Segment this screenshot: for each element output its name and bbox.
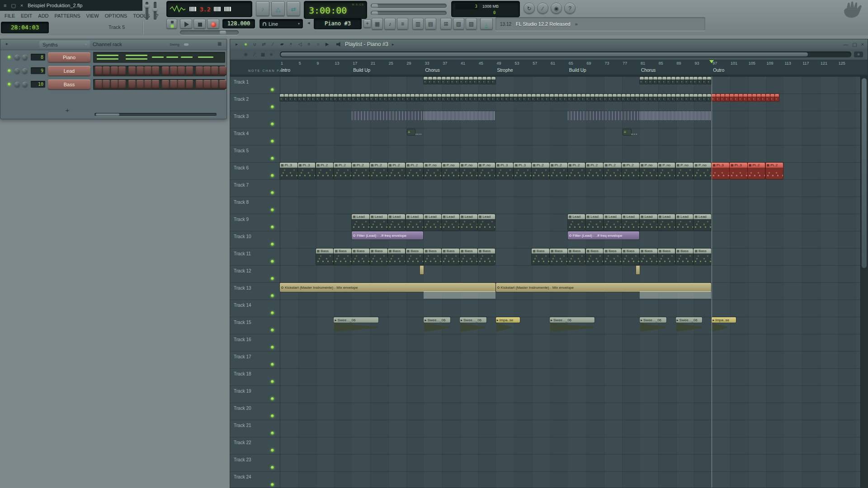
step-cell[interactable] (178, 80, 185, 89)
pattern-clip[interactable]: ▦Bass (424, 249, 441, 265)
automation-clip[interactable]: Kickstart (Master Instrumente) - Mix env… (280, 283, 495, 292)
channel-pan-knob[interactable] (14, 82, 20, 87)
keyboard-count-icon[interactable] (214, 7, 221, 11)
playlist-v-scrollbar[interactable] (860, 76, 868, 488)
audio-clip[interactable]: ▸Swee..._06 (550, 317, 594, 332)
add-pattern-button[interactable]: + (363, 19, 371, 28)
mini-pattern-clip[interactable] (685, 77, 689, 84)
pattern-clip[interactable]: ▦Bass (316, 249, 334, 265)
pattern-clip[interactable]: ▦P..no (478, 163, 495, 179)
window-titlebar[interactable]: ≡ ▢ × Beispiel Produktion_2.flp (0, 0, 142, 11)
playlist-icon-mute[interactable]: ◁ (297, 40, 303, 49)
audio-clip[interactable]: ▸Swee..._06 (460, 317, 486, 332)
mini-pattern-clip[interactable] (316, 94, 320, 101)
piano-roll-button[interactable]: ♪ (384, 18, 396, 30)
mini-pattern-clip[interactable] (424, 94, 428, 101)
playlist-icon-preview[interactable]: ▶ (324, 40, 330, 49)
mini-pattern-clip[interactable] (500, 94, 505, 101)
pattern-clip[interactable]: ▦Pi..2 (316, 163, 334, 179)
mini-pattern-clip[interactable] (455, 77, 459, 84)
cut-button[interactable]: ∕ (537, 3, 548, 14)
step-cell[interactable] (186, 80, 193, 89)
mini-pattern-clip[interactable] (442, 77, 446, 84)
mini-pattern-clip[interactable] (671, 77, 675, 84)
channel-button[interactable]: Piano (48, 52, 90, 62)
track-name[interactable]: Track 10 (234, 234, 270, 239)
audio-clip[interactable]: ▸Swee..._06 (424, 317, 450, 332)
mini-pattern-clip[interactable] (352, 94, 356, 101)
audio-clip[interactable]: ▸Impa..se (496, 317, 520, 332)
playlist-titlebar[interactable]: ▸●∪⇄∕▰×◁≡○▶ Playlist - Piano #3 ▸ — ▢ × (230, 39, 868, 49)
step-cell[interactable] (118, 66, 126, 75)
mini-pattern-clip[interactable] (469, 94, 473, 101)
track-name[interactable]: Track 3 (234, 114, 270, 119)
section-marker-build-up[interactable]: Build Up (569, 68, 586, 73)
mini-pattern-clip[interactable] (325, 94, 329, 101)
mini-pattern-clip[interactable] (649, 94, 653, 101)
playlist-grid[interactable] (230, 76, 868, 488)
step-cell[interactable] (137, 80, 144, 89)
mini-pattern-clip[interactable] (676, 94, 680, 101)
mini-pattern-clip[interactable] (640, 94, 644, 101)
track-name[interactable]: Track 1 (234, 80, 270, 84)
pattern-clip[interactable]: ▦Pi..2 (622, 163, 639, 179)
mini-pattern-clip[interactable] (307, 94, 311, 101)
channel-volume-knob[interactable] (22, 82, 28, 87)
audio-clip[interactable]: ▸Swee..._06 (676, 317, 703, 332)
mini-pattern-clip[interactable] (545, 94, 549, 101)
pattern-clip[interactable]: ▦Pi..2 (748, 163, 765, 179)
step-cell[interactable] (203, 80, 211, 89)
step-cell[interactable] (128, 66, 136, 75)
mini-pattern-clip[interactable] (487, 94, 491, 101)
talk-button[interactable]: ◉ (551, 3, 562, 14)
step-cell[interactable] (152, 80, 159, 89)
mini-pattern-clip[interactable] (388, 94, 392, 101)
mini-pattern-clip[interactable] (338, 94, 342, 101)
menu-file[interactable]: FILE (5, 13, 15, 19)
channel-rack-titlebar[interactable]: ▸ Synths ▾ Channel rack Swing ▦ (0, 39, 226, 50)
pattern-clip[interactable]: ▦Pi..2 (352, 163, 369, 179)
mini-pattern-clip[interactable] (428, 94, 432, 101)
pattern-clip[interactable]: ▦Pi..2 (532, 163, 549, 179)
track-led[interactable] (271, 311, 274, 314)
mini-pattern-clip[interactable] (334, 94, 338, 101)
mini-pattern-clip[interactable] (410, 94, 415, 101)
time-unit-label[interactable]: M:S:CS (352, 3, 364, 6)
mini-pattern-clip[interactable] (302, 94, 307, 101)
pattern-clip[interactable]: ▦Lead (676, 214, 693, 230)
mini-pattern-clip[interactable] (298, 94, 302, 101)
pattern-clip[interactable]: ▦P..no (676, 163, 693, 179)
pattern-clip[interactable]: ▦Bass (658, 249, 675, 265)
mini-pattern-clip[interactable] (482, 77, 486, 84)
track-led[interactable] (271, 88, 274, 91)
channel-volume-knob[interactable] (22, 55, 28, 60)
track-name[interactable]: Track 4 (234, 131, 270, 136)
playlist-icon-draw[interactable]: ∕ (270, 40, 276, 49)
mini-pattern-clip[interactable] (464, 94, 468, 101)
channel-enable-led[interactable] (8, 56, 11, 59)
pattern-clip[interactable]: ▦Pi..2 (766, 163, 783, 179)
mini-pattern-clip[interactable] (356, 94, 360, 101)
pattern-clip[interactable]: ▦Bass (406, 249, 424, 265)
mini-pattern-clip[interactable] (586, 94, 590, 101)
pattern-clip[interactable]: ▦Pi..2 (370, 163, 387, 179)
track-led[interactable] (271, 260, 274, 263)
mini-pattern-clip[interactable] (496, 94, 500, 101)
playlist-icon-record-blend[interactable]: ● (243, 40, 249, 49)
pattern-clip[interactable]: ▦Lead (370, 214, 387, 230)
mini-pattern-clip[interactable] (321, 94, 325, 101)
step-cell[interactable] (186, 66, 193, 75)
mini-pattern-clip[interactable] (626, 94, 630, 101)
pattern-clip[interactable]: ▦P..no (658, 163, 675, 179)
step-cell[interactable] (178, 66, 185, 75)
mini-pattern-clip[interactable] (653, 94, 657, 101)
metronome-button[interactable]: △ (271, 1, 285, 16)
rack-display-icon[interactable]: ▦ (217, 41, 222, 46)
track-name[interactable]: Track 20 (234, 406, 270, 411)
channel-pan-knob[interactable] (14, 68, 20, 74)
browser-button[interactable]: ▤ (425, 18, 436, 30)
mini-pattern-clip[interactable] (311, 94, 316, 101)
pattern-clip[interactable]: ▦Lead (460, 214, 477, 230)
mini-pattern-clip[interactable] (491, 77, 495, 84)
swing-slider[interactable] (183, 43, 215, 46)
